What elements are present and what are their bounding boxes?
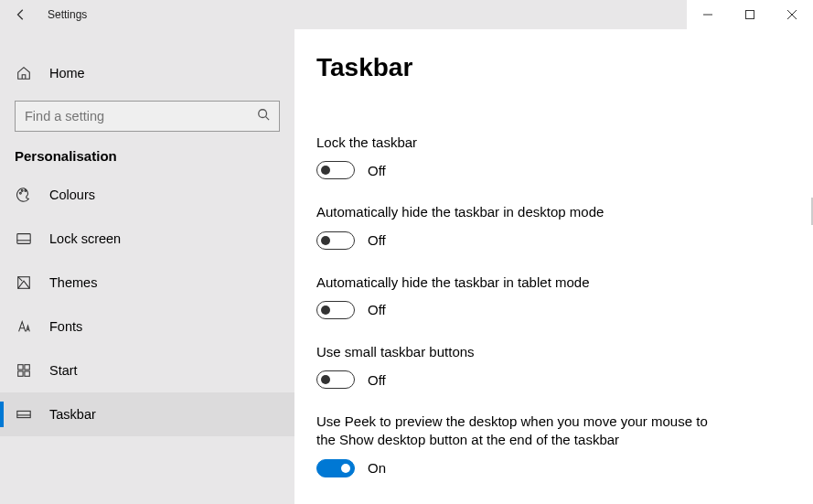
svg-rect-8 xyxy=(25,365,29,370)
sidebar-home[interactable]: Home xyxy=(0,51,294,95)
svg-point-1 xyxy=(259,110,267,118)
toggle-state: Off xyxy=(368,372,386,388)
toggle-peek[interactable] xyxy=(316,459,355,477)
toggle-lock-taskbar[interactable] xyxy=(316,161,355,179)
sidebar-item-label: Taskbar xyxy=(49,407,96,422)
window-title: Settings xyxy=(48,8,87,21)
content-area: Taskbar Lock the taskbar Off Automatical… xyxy=(294,29,813,504)
toggle-small-buttons[interactable] xyxy=(316,370,355,389)
svg-rect-7 xyxy=(18,365,23,370)
titlebar: Settings xyxy=(0,0,813,29)
setting-peek: Use Peek to preview the desktop when you… xyxy=(316,413,719,477)
sidebar-home-label: Home xyxy=(49,66,85,80)
svg-rect-5 xyxy=(17,234,30,244)
setting-label: Replace Command Prompt with Windows Powe… xyxy=(316,501,719,505)
close-button[interactable] xyxy=(771,0,813,29)
toggle-autohide-tablet[interactable] xyxy=(316,301,355,319)
taskbar-icon xyxy=(15,405,33,424)
setting-label: Automatically hide the taskbar in deskto… xyxy=(316,203,719,221)
toggle-state: Off xyxy=(368,302,386,317)
sidebar-item-label: Themes xyxy=(49,275,97,290)
page-title: Taskbar xyxy=(316,53,776,82)
svg-rect-0 xyxy=(746,11,754,19)
svg-rect-9 xyxy=(18,371,23,376)
setting-label: Lock the taskbar xyxy=(316,134,719,152)
search-icon xyxy=(257,108,270,124)
sidebar-item-themes[interactable]: Themes xyxy=(0,261,294,305)
setting-label: Automatically hide the taskbar in tablet… xyxy=(316,273,719,292)
sidebar-item-lockscreen[interactable]: Lock screen xyxy=(0,217,294,261)
toggle-state: Off xyxy=(368,163,386,178)
sidebar: Home Personalisation Colours Lock screen xyxy=(0,29,294,504)
search-input[interactable] xyxy=(25,109,257,123)
setting-label: Use small taskbar buttons xyxy=(316,343,719,361)
home-icon xyxy=(15,64,33,82)
sidebar-item-label: Lock screen xyxy=(49,231,121,246)
sidebar-item-fonts[interactable]: Fonts xyxy=(0,305,294,349)
setting-label: Use Peek to preview the desktop when you… xyxy=(316,413,719,450)
palette-icon xyxy=(15,186,33,204)
setting-lock-taskbar: Lock the taskbar Off xyxy=(316,134,719,179)
toggle-state: On xyxy=(368,460,386,476)
sidebar-item-start[interactable]: Start xyxy=(0,349,294,392)
maximize-button[interactable] xyxy=(729,0,771,29)
themes-icon xyxy=(15,273,33,292)
svg-rect-11 xyxy=(17,411,30,417)
start-icon xyxy=(15,361,33,380)
sidebar-item-taskbar[interactable]: Taskbar xyxy=(0,392,294,436)
toggle-autohide-desktop[interactable] xyxy=(316,231,355,250)
toggle-state: Off xyxy=(368,232,386,248)
setting-small-buttons: Use small taskbar buttons Off xyxy=(316,343,719,389)
svg-point-2 xyxy=(20,192,22,194)
minimize-button[interactable] xyxy=(687,0,729,29)
setting-powershell: Replace Command Prompt with Windows Powe… xyxy=(316,501,719,505)
sidebar-item-label: Start xyxy=(49,363,78,378)
sidebar-item-label: Colours xyxy=(49,188,95,202)
sidebar-item-label: Fonts xyxy=(49,319,82,334)
setting-autohide-tablet: Automatically hide the taskbar in tablet… xyxy=(316,273,719,319)
svg-point-4 xyxy=(25,190,27,192)
svg-rect-10 xyxy=(25,371,29,376)
search-box[interactable] xyxy=(15,101,280,132)
back-button[interactable] xyxy=(0,0,42,29)
fonts-icon xyxy=(15,317,33,336)
sidebar-section-header: Personalisation xyxy=(0,132,294,173)
svg-point-3 xyxy=(21,190,23,192)
sidebar-item-colours[interactable]: Colours xyxy=(0,173,294,217)
setting-autohide-desktop: Automatically hide the taskbar in deskto… xyxy=(316,203,719,249)
lockscreen-icon xyxy=(15,230,33,248)
